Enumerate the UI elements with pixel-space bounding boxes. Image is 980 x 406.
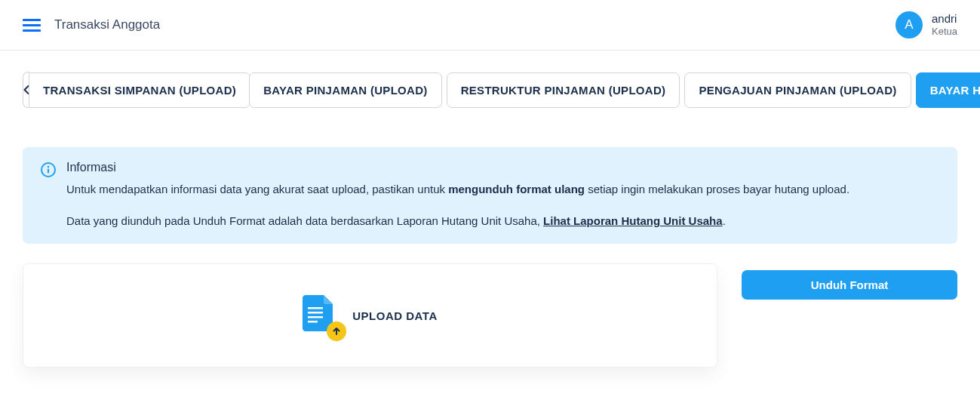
svg-rect-6: [308, 321, 318, 323]
tab-transaksi-simpanan[interactable]: TRANSAKSI SIMPANAN (UPLOAD): [29, 72, 250, 108]
tab-bayar-hutang[interactable]: BAYAR HUTANG (UPLOAD): [916, 72, 980, 108]
unduh-format-button[interactable]: Unduh Format: [742, 270, 957, 300]
upload-file-icon: [303, 295, 339, 336]
page-title: Transaksi Anggota: [54, 17, 160, 32]
menu-toggle-icon[interactable]: [23, 19, 41, 32]
info-alert: Informasi Untuk mendapatkan informasi da…: [23, 147, 957, 244]
tab-restruktur-pinjaman[interactable]: RESTRUKTUR PINJAMAN (UPLOAD): [447, 72, 680, 108]
info-p2-after: .: [723, 214, 726, 227]
svg-rect-4: [308, 312, 323, 314]
avatar: A: [896, 11, 923, 38]
main-content: TRANSAKSI SIMPANAN (UPLOAD) BAYAR PINJAM…: [0, 51, 980, 389]
svg-rect-3: [308, 307, 323, 309]
tab-pengajuan-pinjaman[interactable]: PENGAJUAN PINJAMAN (UPLOAD): [684, 72, 911, 108]
top-header: Transaksi Anggota A andri Ketua: [0, 0, 980, 51]
info-icon: [41, 162, 56, 177]
svg-point-1: [48, 166, 50, 168]
tab-bar: TRANSAKSI SIMPANAN (UPLOAD) BAYAR PINJAM…: [23, 72, 957, 108]
svg-rect-2: [48, 169, 49, 174]
upload-arrow-icon: [327, 321, 346, 341]
svg-rect-5: [308, 316, 323, 318]
tab-bayar-pinjaman[interactable]: BAYAR PINJAMAN (UPLOAD): [249, 72, 441, 108]
info-content: Informasi Untuk mendapatkan informasi da…: [66, 161, 939, 230]
user-name: andri: [932, 12, 957, 26]
upload-data-card[interactable]: UPLOAD DATA: [23, 263, 717, 368]
header-left: Transaksi Anggota: [23, 17, 160, 32]
info-text: Untuk mendapatkan informasi data yang ak…: [66, 180, 939, 230]
info-p2-before: Data yang diunduh pada Unduh Format adal…: [66, 214, 543, 227]
info-title: Informasi: [66, 161, 939, 174]
lihat-laporan-link[interactable]: Lihat Laporan Hutang Unit Usaha: [543, 214, 723, 227]
info-p1-after: setiap ingin melakukan proses bayar huta…: [585, 183, 849, 195]
bottom-section: UPLOAD DATA Unduh Format: [23, 263, 957, 368]
info-p1-before: Untuk mendapatkan informasi data yang ak…: [66, 183, 448, 195]
user-role: Ketua: [932, 26, 957, 38]
user-info: andri Ketua: [932, 12, 957, 38]
info-p1-bold: mengunduh format ulang: [448, 183, 585, 195]
user-menu[interactable]: A andri Ketua: [896, 11, 957, 38]
upload-label: UPLOAD DATA: [352, 309, 437, 322]
